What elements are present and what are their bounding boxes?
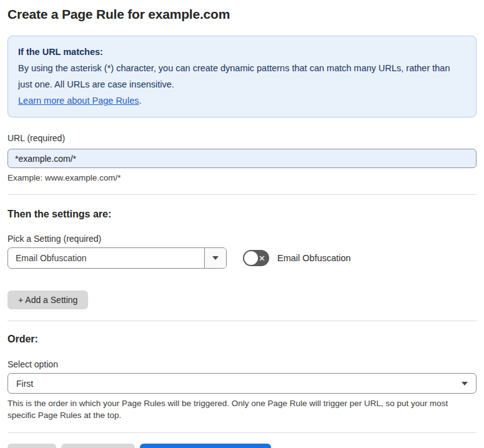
save-as-draft-button[interactable]: Save as Draft xyxy=(61,444,136,448)
chevron-down-icon xyxy=(212,256,219,260)
section-divider xyxy=(7,321,477,321)
info-box-heading: If the URL matches: xyxy=(18,44,466,60)
info-box-body-text: By using the asterisk (*) character, you… xyxy=(18,63,450,89)
cancel-button[interactable]: Cancel xyxy=(7,444,56,448)
save-and-deploy-button[interactable]: Save and Deploy Page Rule xyxy=(140,444,271,448)
setting-select-caret-button[interactable] xyxy=(204,248,226,268)
page-title: Create a Page Rule for example.com xyxy=(7,6,477,22)
setting-row: Email Obfuscation ✕ Email Obfuscation xyxy=(7,247,477,269)
section-divider xyxy=(7,194,477,195)
order-select-value: First xyxy=(16,379,462,389)
setting-select[interactable]: Email Obfuscation xyxy=(7,247,227,269)
order-select[interactable]: First xyxy=(7,373,477,394)
learn-more-link[interactable]: Learn more about Page Rules xyxy=(18,96,139,106)
settings-section-heading: Then the settings are: xyxy=(7,209,477,219)
create-page-rule-form: Create a Page Rule for example.com If th… xyxy=(0,0,484,448)
chevron-down-icon xyxy=(462,382,468,386)
order-section-heading: Order: xyxy=(7,334,477,344)
url-example-helper: Example: www.example.com/* xyxy=(7,172,477,184)
toggle-label: Email Obfuscation xyxy=(277,253,351,263)
footer-divider xyxy=(7,432,477,433)
pick-setting-label: Pick a Setting (required) xyxy=(7,234,477,244)
setting-select-value: Email Obfuscation xyxy=(8,248,204,268)
url-input[interactable] xyxy=(7,149,477,168)
link-period: . xyxy=(139,96,141,106)
url-field-label: URL (required) xyxy=(7,134,477,143)
info-box-link-line: Learn more about Page Rules. xyxy=(18,92,466,109)
order-helper-text: This is the order in which your Page Rul… xyxy=(7,397,473,421)
email-obfuscation-toggle[interactable]: ✕ xyxy=(243,250,269,266)
add-setting-button[interactable]: + Add a Setting xyxy=(7,291,88,309)
footer-actions: Cancel Save as Draft Save and Deploy Pag… xyxy=(7,444,477,448)
order-select-label: Select option xyxy=(7,360,477,369)
info-box-body: By using the asterisk (*) character, you… xyxy=(18,60,466,92)
toggle-x-icon: ✕ xyxy=(259,254,265,262)
url-match-info-box: If the URL matches: By using the asteris… xyxy=(7,36,477,117)
toggle-knob xyxy=(244,251,258,265)
